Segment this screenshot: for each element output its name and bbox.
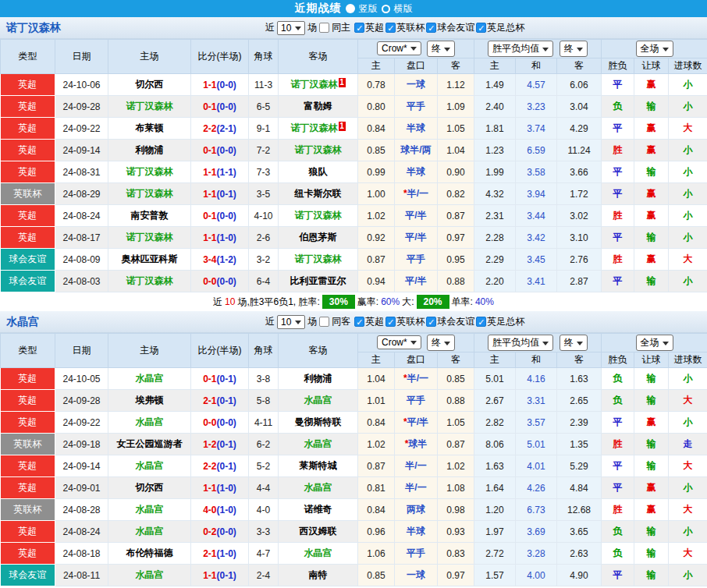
away-team[interactable]: 伯恩茅斯 <box>279 227 358 249</box>
league-filter-2[interactable]: ✓英联杯 <box>385 315 425 328</box>
match-count-select[interactable]: 10 <box>277 21 305 35</box>
league-type-badge: 英超 <box>1 368 55 390</box>
corners: 2-4 <box>249 565 279 586</box>
home-team[interactable]: 水晶宫 <box>108 455 191 477</box>
same-venue-checkbox[interactable] <box>319 23 329 33</box>
away-team[interactable]: 狼队 <box>279 161 358 183</box>
home-team[interactable]: 布莱顿 <box>108 118 191 140</box>
away-team[interactable]: 水晶宫 <box>279 434 358 455</box>
away-team[interactable]: 诺丁汉森林 <box>279 205 358 227</box>
checkbox-checked-icon[interactable]: ✓ <box>426 317 436 327</box>
corners: 11-3 <box>249 74 279 96</box>
home-team[interactable]: 水晶宫 <box>108 565 191 586</box>
halftime-score: (0-1) <box>217 189 236 200</box>
score-cell: 1-1(0-0) <box>191 74 249 96</box>
forest-matches-table: 类型 日期 主场 比分(半场) 角球 客场 Crow* 终 胜平负均值 终 全场… <box>0 39 707 292</box>
team-name[interactable]: 水晶宫 <box>0 315 265 329</box>
league-filter-1[interactable]: ✓英超 <box>354 21 384 34</box>
radio-vertical-selected-icon[interactable] <box>346 4 355 13</box>
match-date: 24-09-14 <box>55 140 108 161</box>
home-team[interactable]: 埃弗顿 <box>108 390 191 412</box>
result-handicap: 输 <box>634 543 669 565</box>
away-team[interactable]: 诺丁汉森林1 <box>279 74 358 96</box>
radio-vertical-label[interactable]: 竖版 <box>359 2 378 16</box>
radio-horizontal-label[interactable]: 横版 <box>394 2 413 16</box>
away-team[interactable]: 西汉姆联 <box>279 521 358 543</box>
home-team[interactable]: 水晶宫 <box>108 499 191 521</box>
league-filter-4[interactable]: ✓英足总杯 <box>476 315 524 328</box>
home-team[interactable]: 诺丁汉森林 <box>108 271 191 292</box>
league-filter-1[interactable]: ✓英超 <box>354 315 384 328</box>
home-team[interactable]: 南安普敦 <box>108 205 191 227</box>
away-team[interactable]: 南特 <box>279 565 358 586</box>
radio-horizontal-icon[interactable] <box>382 5 390 13</box>
col-header-odds-home: 主 <box>358 58 395 74</box>
checkbox-checked-icon[interactable]: ✓ <box>476 317 486 327</box>
away-team-name: 西汉姆联 <box>300 526 337 537</box>
fullmatch-select[interactable]: 全场 <box>636 335 673 351</box>
odds-final-select[interactable]: 终 <box>427 335 455 351</box>
away-team[interactable]: 利物浦 <box>279 368 358 390</box>
home-team[interactable]: 利物浦 <box>108 140 191 161</box>
match-count-select[interactable]: 10 <box>277 315 305 329</box>
home-team[interactable]: 诺丁汉森林 <box>108 96 191 118</box>
away-team[interactable]: 莱斯特城 <box>279 455 358 477</box>
home-team[interactable]: 奥林匹亚科斯 <box>108 249 191 271</box>
away-team[interactable]: 比利亚雷亚尔 <box>279 271 358 292</box>
league-filter-2[interactable]: ✓英联杯 <box>385 21 425 34</box>
league-filter-4[interactable]: ✓英足总杯 <box>476 21 524 34</box>
checkbox-checked-icon[interactable]: ✓ <box>385 317 396 327</box>
handicap: 一球 <box>395 565 438 586</box>
checkbox-checked-icon[interactable]: ✓ <box>385 23 396 33</box>
avg-final-select[interactable]: 终 <box>560 335 588 351</box>
home-team[interactable]: 诺丁汉森林 <box>108 227 191 249</box>
odds-company-select[interactable]: Crow* <box>377 41 421 55</box>
home-team[interactable]: 诺丁汉森林 <box>108 161 191 183</box>
away-team[interactable]: 诺维奇 <box>279 499 358 521</box>
avg-final-select[interactable]: 终 <box>560 41 588 57</box>
league-filter-3[interactable]: ✓球会友谊 <box>426 21 474 34</box>
home-team[interactable]: 女王公园巡游者 <box>108 434 191 455</box>
home-team[interactable]: 切尔西 <box>108 477 191 499</box>
checkbox-checked-icon[interactable]: ✓ <box>476 23 486 33</box>
fulltime-score: 3-4 <box>203 254 216 265</box>
odds-final-select[interactable]: 终 <box>427 41 455 57</box>
result-goals: 大 <box>669 455 707 477</box>
league-filter-3[interactable]: ✓球会友谊 <box>426 315 474 328</box>
away-team-name: 诺丁汉森林 <box>295 253 342 264</box>
checkbox-checked-icon[interactable]: ✓ <box>426 23 436 33</box>
checkbox-checked-icon[interactable]: ✓ <box>354 317 364 327</box>
avg-win-odds: 1.49 <box>474 74 516 96</box>
match-date: 24-08-09 <box>55 249 108 271</box>
away-team[interactable]: 富勒姆 <box>279 96 358 118</box>
away-team[interactable]: 曼彻斯特联 <box>279 412 358 434</box>
avg-select[interactable]: 胜平负均值 <box>488 335 553 351</box>
home-team[interactable]: 水晶宫 <box>108 521 191 543</box>
away-team[interactable]: 水晶宫 <box>279 543 358 565</box>
home-team[interactable]: 水晶宫 <box>108 368 191 390</box>
team-name[interactable]: 诺丁汉森林 <box>0 21 265 35</box>
avg-select[interactable]: 胜平负均值 <box>488 41 553 57</box>
away-team[interactable]: 水晶宫 <box>279 390 358 412</box>
home-team[interactable]: 诺丁汉森林 <box>108 183 191 205</box>
away-team[interactable]: 水晶宫 <box>279 477 358 499</box>
away-team-name: 诺维奇 <box>304 504 332 515</box>
avg-loss-odds: 3.65 <box>557 521 602 543</box>
away-team[interactable]: 诺丁汉森林 <box>279 140 358 161</box>
away-team[interactable]: 诺丁汉森林 <box>279 249 358 271</box>
checkbox-checked-icon[interactable]: ✓ <box>354 23 364 33</box>
avg-win-odds: 2.67 <box>474 390 516 412</box>
home-team[interactable]: 布伦特福德 <box>108 543 191 565</box>
home-team[interactable]: 水晶宫 <box>108 412 191 434</box>
odds-company-select[interactable]: Crow* <box>377 335 421 349</box>
score-cell: 2-2(2-1) <box>191 118 249 140</box>
fullmatch-select[interactable]: 全场 <box>636 41 673 57</box>
away-team[interactable]: 诺丁汉森林1 <box>279 118 358 140</box>
same-venue-label: 同客 <box>332 315 350 328</box>
same-venue-checkbox[interactable] <box>319 317 329 327</box>
away-odds: 0.97 <box>438 565 474 586</box>
home-team[interactable]: 切尔西 <box>108 74 191 96</box>
result-goals: 小 <box>669 368 707 390</box>
handicap: 平手 <box>395 96 438 118</box>
away-team[interactable]: 纽卡斯尔联 <box>279 183 358 205</box>
